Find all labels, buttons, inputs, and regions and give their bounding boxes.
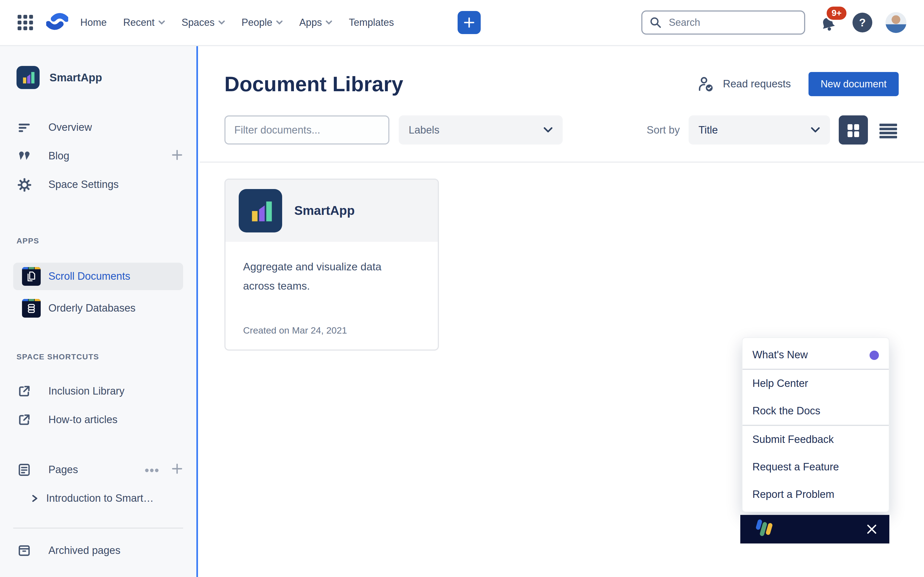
read-requests-button[interactable]: Read requests: [698, 76, 791, 92]
chevron-down-icon: [543, 127, 553, 133]
vendor-banner: [740, 515, 889, 543]
document-card-created-date: Created on Mar 24, 2021: [243, 325, 420, 336]
nav-people[interactable]: People: [241, 17, 283, 28]
sidebar-item-inclusion-library[interactable]: Inclusion Library: [0, 377, 196, 406]
plus-icon: [171, 463, 183, 475]
menu-item-label: Help Center: [753, 377, 808, 390]
space-logo-icon: [16, 66, 40, 89]
external-link-icon: [16, 384, 32, 398]
search-icon: [649, 16, 662, 29]
plus-icon: [171, 149, 183, 161]
sidebar-item-pages[interactable]: Pages: [0, 456, 196, 484]
close-icon: [865, 522, 878, 536]
sidebar-divider: [13, 527, 183, 529]
help-popup-menu: What's New Help Center Rock the Docs Sub…: [742, 337, 889, 512]
nav-apps[interactable]: Apps: [299, 17, 332, 28]
help-button[interactable]: ?: [853, 13, 872, 32]
sidebar-item-archived-pages[interactable]: Archived pages: [0, 536, 196, 565]
chevron-right-icon[interactable]: [31, 494, 39, 503]
sidebar-item-how-to-articles[interactable]: How-to articles: [0, 406, 196, 434]
nav-recent[interactable]: Recent: [123, 17, 165, 28]
document-card[interactable]: SmartApp Aggregate and visualize data ac…: [225, 179, 439, 351]
plus-icon: [464, 16, 475, 29]
add-page-button[interactable]: [171, 463, 183, 477]
search-box[interactable]: [641, 10, 805, 35]
sidebar-item-label: Pages: [48, 464, 78, 476]
sidebar-item-label: Orderly Databases: [48, 302, 136, 314]
chevron-down-icon: [218, 20, 225, 25]
document-card-title: SmartApp: [294, 203, 355, 218]
menu-item-rock-the-docs[interactable]: Rock the Docs: [743, 397, 889, 425]
pages-section: Pages Introduction to Smart…: [0, 456, 196, 513]
notification-badge: 9+: [825, 5, 848, 21]
menu-item-label: Request a Feature: [753, 461, 839, 473]
quote-icon: [16, 149, 32, 163]
chevron-down-icon: [326, 20, 332, 25]
orderly-databases-icon: [22, 299, 41, 318]
external-link-icon: [16, 413, 32, 427]
ellipsis-icon: [145, 468, 159, 472]
page-icon: [16, 463, 32, 477]
scroll-documents-icon: [22, 267, 41, 286]
app-switcher-icon[interactable]: [16, 14, 34, 31]
sidebar-item-label: Overview: [48, 121, 92, 134]
grid-view-icon: [846, 122, 861, 137]
overview-icon: [16, 120, 32, 135]
page-title: Document Library: [225, 70, 403, 98]
user-avatar[interactable]: [885, 12, 906, 33]
nav-templates[interactable]: Templates: [349, 17, 394, 28]
new-document-button[interactable]: New document: [809, 72, 899, 96]
list-view-toggle[interactable]: [878, 122, 899, 138]
nav-home[interactable]: Home: [80, 17, 107, 28]
sidebar-item-label: Space Settings: [48, 179, 119, 191]
primary-nav: Home Recent Spaces People Apps Templates: [80, 17, 410, 28]
menu-item-help-center[interactable]: Help Center: [743, 370, 889, 397]
read-requests-label: Read requests: [723, 78, 791, 90]
space-sidebar: SmartApp Overview Blog: [0, 46, 198, 577]
toolbar-divider: [200, 161, 924, 163]
add-blog-button[interactable]: [171, 149, 183, 163]
menu-item-submit-feedback[interactable]: Submit Feedback: [743, 426, 889, 453]
create-button[interactable]: [458, 11, 481, 34]
nav-spaces[interactable]: Spaces: [181, 17, 225, 28]
sidebar-item-scroll-documents[interactable]: Scroll Documents: [13, 263, 183, 290]
menu-item-whats-new[interactable]: What's New: [743, 341, 889, 369]
sidebar-item-label: Blog: [48, 150, 69, 162]
menu-item-label: Report a Problem: [753, 488, 834, 501]
search-input[interactable]: [668, 16, 796, 29]
space-shortcuts-heading: SPACE SHORTCUTS: [16, 352, 183, 361]
sort-select[interactable]: Title: [688, 115, 830, 145]
menu-item-label: Rock the Docs: [753, 405, 820, 417]
menu-item-report-a-problem[interactable]: Report a Problem: [743, 481, 889, 508]
sidebar-item-label: Scroll Documents: [48, 270, 130, 282]
document-card-body: Aggregate and visualize data across team…: [226, 242, 438, 350]
filter-toolbar: Labels Sort by Title: [225, 115, 899, 145]
list-view-icon: [878, 122, 899, 138]
pages-more-button[interactable]: [145, 465, 159, 475]
labels-filter-select[interactable]: Labels: [399, 115, 563, 145]
space-header[interactable]: SmartApp: [0, 46, 196, 89]
sidebar-item-overview[interactable]: Overview: [0, 113, 196, 142]
document-card-icon: [239, 189, 282, 232]
grid-view-toggle[interactable]: [839, 115, 868, 145]
chevron-down-icon: [811, 127, 820, 133]
menu-item-label: Submit Feedback: [753, 434, 834, 446]
sidebar-item-label: Archived pages: [48, 545, 120, 557]
sidebar-item-orderly-databases[interactable]: Orderly Databases: [13, 295, 183, 322]
notifications-button[interactable]: 9+: [818, 10, 840, 35]
sidebar-item-introduction-page[interactable]: Introduction to Smart…: [0, 484, 196, 513]
chevron-down-icon: [276, 20, 283, 25]
space-shortcuts: Inclusion Library How-to articles: [0, 377, 196, 434]
menu-item-request-a-feature[interactable]: Request a Feature: [743, 453, 889, 481]
confluence-logo-icon[interactable]: [46, 11, 68, 34]
filter-documents-input[interactable]: [225, 115, 389, 145]
sidebar-item-label: How-to articles: [48, 414, 118, 426]
banner-close-button[interactable]: [865, 522, 878, 536]
space-name: SmartApp: [50, 71, 102, 84]
person-check-icon: [698, 76, 715, 92]
document-card-header: SmartApp: [226, 180, 438, 242]
k15t-logo-icon: [751, 519, 777, 539]
sidebar-item-space-settings[interactable]: Space Settings: [0, 170, 196, 199]
sidebar-item-blog[interactable]: Blog: [0, 142, 196, 170]
labels-filter-label: Labels: [409, 124, 439, 136]
